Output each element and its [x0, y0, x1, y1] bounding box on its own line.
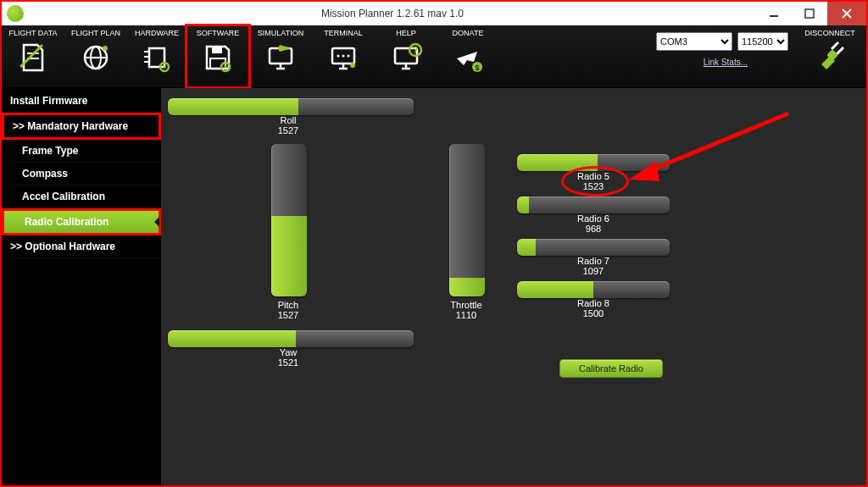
roll-bar: [168, 98, 414, 115]
link-stats-link[interactable]: Link Stats...: [704, 58, 748, 67]
doc-icon: [16, 41, 50, 75]
roll-label: Roll1527: [237, 115, 339, 136]
sidebar-item-accel-calibration[interactable]: Accel Calibration: [2, 185, 161, 208]
svg-rect-1: [805, 9, 814, 18]
save-icon: [201, 41, 235, 75]
toolbar-label: TERMINAL: [324, 29, 363, 37]
radio5-label: Radio 51523: [542, 171, 644, 191]
sidebar: Install Firmware >> Mandatory Hardware F…: [2, 88, 161, 485]
sidebar-item-compass[interactable]: Compass: [2, 163, 161, 185]
sidebar-item-mandatory-hardware[interactable]: >> Mandatory Hardware: [2, 113, 161, 140]
sidebar-item-install-firmware[interactable]: Install Firmware: [2, 90, 161, 113]
sidebar-item-radio-calibration[interactable]: Radio Calibration: [2, 208, 161, 235]
radio8-label: Radio 81500: [542, 298, 644, 318]
tab-hardware[interactable]: HARDWARE: [127, 25, 186, 87]
svg-text:?: ?: [413, 46, 418, 55]
main-toolbar: FLIGHT DATA FLIGHT PLAN HARDWARE SOFTWAR…: [2, 25, 866, 88]
calibrate-radio-button[interactable]: Calibrate Radio: [559, 359, 663, 378]
connection-panel: COM3 115200: [656, 25, 793, 87]
window-title: Mission Planner 1.2.61 mav 1.0: [29, 8, 756, 19]
pitch-label: Pitch1527: [237, 300, 339, 320]
svg-text:$: $: [475, 64, 479, 72]
radio7-label: Radio 71097: [542, 256, 644, 276]
svg-point-20: [225, 66, 227, 69]
toolbar-label: FLIGHT DATA: [8, 29, 57, 37]
radio-calibration-panel: Roll1527 Pitch1527 Yaw1521 Throttle1110 …: [161, 88, 866, 485]
disconnect-label: DISCONNECT: [804, 29, 855, 37]
disconnect-button[interactable]: DISCONNECT: [793, 25, 866, 87]
tab-terminal[interactable]: TERMINAL: [312, 25, 375, 87]
plug-icon: [813, 39, 847, 73]
close-button[interactable]: [827, 2, 866, 25]
monitor-plane-icon: [264, 41, 298, 75]
terminal-icon: [326, 41, 360, 75]
maximize-button[interactable]: [792, 2, 827, 25]
chip-icon: [140, 41, 174, 75]
throttle-bar: [449, 144, 485, 296]
pitch-bar: [271, 144, 307, 296]
svg-point-29: [348, 55, 350, 58]
toolbar-label: SIMULATION: [258, 29, 303, 37]
tab-software[interactable]: SOFTWARE: [186, 25, 249, 87]
svg-point-10: [103, 46, 108, 51]
tab-flight-data[interactable]: FLIGHT DATA: [2, 25, 64, 87]
svg-line-39: [837, 47, 843, 54]
globe-icon: [79, 41, 113, 75]
annotation-arrow: [619, 105, 797, 198]
radio7-bar: [517, 239, 670, 256]
toolbar-label: DONATE: [453, 29, 484, 37]
sidebar-item-frame-type[interactable]: Frame Type: [2, 140, 161, 163]
svg-point-16: [164, 66, 166, 69]
plane-dollar-icon: $: [451, 41, 485, 75]
com-port-select[interactable]: COM3: [656, 32, 732, 51]
radio6-bar: [517, 196, 670, 213]
sidebar-item-optional-hardware[interactable]: >> Optional Hardware: [2, 235, 161, 258]
tab-donate[interactable]: DONATE $: [437, 25, 498, 87]
svg-point-30: [350, 63, 355, 68]
tab-help[interactable]: HELP ?: [375, 25, 437, 87]
help-icon: ?: [389, 41, 423, 75]
minimize-button[interactable]: [756, 2, 792, 25]
app-icon: [7, 5, 24, 22]
toolbar-label: FLIGHT PLAN: [71, 29, 120, 37]
baud-select[interactable]: 115200: [737, 32, 788, 51]
svg-rect-17: [212, 47, 222, 53]
svg-point-27: [337, 55, 340, 58]
yaw-label: Yaw1521: [237, 347, 339, 368]
radio5-bar: [517, 154, 670, 171]
tab-simulation[interactable]: SIMULATION: [249, 25, 312, 87]
toolbar-label: HELP: [396, 29, 416, 37]
toolbar-label: HARDWARE: [135, 29, 179, 37]
svg-rect-0: [770, 15, 778, 17]
svg-point-28: [342, 55, 345, 58]
svg-line-38: [832, 42, 838, 49]
radio8-bar: [517, 281, 670, 298]
titlebar: Mission Planner 1.2.61 mav 1.0: [2, 2, 866, 25]
tab-flight-plan[interactable]: FLIGHT PLAN: [64, 25, 127, 87]
radio6-label: Radio 6968: [542, 213, 644, 234]
throttle-label: Throttle1110: [415, 300, 517, 320]
yaw-bar: [168, 330, 414, 347]
toolbar-label: SOFTWARE: [197, 29, 240, 37]
